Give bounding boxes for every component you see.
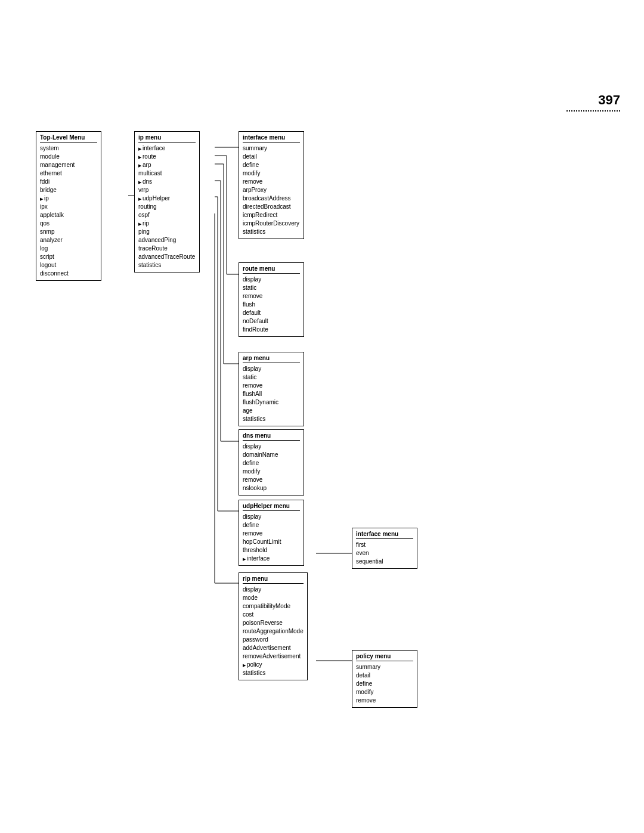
rip-item-addadvertisement[interactable]: addAdvertisement	[243, 644, 304, 652]
rip-item-policy[interactable]: policy	[243, 661, 304, 669]
policy-item-remove[interactable]: remove	[356, 696, 413, 705]
rip-item-poisonreverse[interactable]: poisonReverse	[243, 619, 304, 627]
toplevel-item-disconnect[interactable]: disconnect	[40, 270, 97, 278]
policy-item-define[interactable]: define	[356, 680, 413, 688]
arp-menu-title: arp menu	[243, 355, 300, 363]
arp-item-flushall[interactable]: flushAll	[243, 390, 300, 398]
rip-item-removeadvertisement[interactable]: removeAdvertisement	[243, 652, 304, 661]
udphelper-interface-item-sequential[interactable]: sequential	[356, 558, 413, 566]
interface-item-define[interactable]: define	[243, 161, 300, 169]
arp-item-remove[interactable]: remove	[243, 382, 300, 390]
route-item-display[interactable]: display	[243, 275, 300, 284]
ip-item-traceroute[interactable]: traceRoute	[138, 244, 196, 253]
rip-menu-box: rip menu display mode compatibilityMode …	[239, 572, 308, 680]
udphelper-interface-menu-box: interface menu first even sequential	[352, 528, 417, 569]
toplevel-item-snmp[interactable]: snmp	[40, 228, 97, 236]
interface-item-remove[interactable]: remove	[243, 178, 300, 186]
route-item-findroute[interactable]: findRoute	[243, 326, 300, 334]
toplevel-item-ipx[interactable]: ipx	[40, 203, 97, 211]
policy-item-summary[interactable]: summary	[356, 663, 413, 671]
ip-item-rip[interactable]: rip	[138, 219, 196, 228]
toplevel-item-analyzer[interactable]: analyzer	[40, 236, 97, 244]
ip-item-routing[interactable]: routing	[138, 203, 196, 211]
ip-item-ospf[interactable]: ospf	[138, 211, 196, 219]
toplevel-item-fddi[interactable]: fddi	[40, 178, 97, 186]
rip-item-password[interactable]: password	[243, 636, 304, 644]
dotted-line	[566, 110, 620, 112]
toplevel-item-ethernet[interactable]: ethernet	[40, 169, 97, 178]
route-item-nodefault[interactable]: noDefault	[243, 317, 300, 326]
dns-item-domainname[interactable]: domainName	[243, 451, 300, 459]
route-item-flush[interactable]: flush	[243, 301, 300, 309]
route-item-default[interactable]: default	[243, 309, 300, 317]
route-item-static[interactable]: static	[243, 284, 300, 292]
toplevel-item-appletalk[interactable]: appletalk	[40, 211, 97, 219]
route-item-remove[interactable]: remove	[243, 292, 300, 301]
toplevel-menu-box: Top-Level Menu system module management …	[36, 131, 101, 281]
policy-item-modify[interactable]: modify	[356, 688, 413, 696]
udphelper-item-threshold[interactable]: threshold	[243, 546, 300, 555]
toplevel-item-module[interactable]: module	[40, 153, 97, 161]
ip-item-multicast[interactable]: multicast	[138, 169, 196, 178]
interface-item-statistics[interactable]: statistics	[243, 228, 300, 236]
interface-item-icmpredirect[interactable]: icmpRedirect	[243, 211, 300, 219]
dns-item-nslookup[interactable]: nslookup	[243, 484, 300, 493]
dns-item-display[interactable]: display	[243, 442, 300, 451]
rip-item-display[interactable]: display	[243, 586, 304, 594]
interface-item-icmprouterdiscovery[interactable]: icmpRouterDiscovery	[243, 219, 300, 228]
toplevel-item-script[interactable]: script	[40, 253, 97, 261]
ip-item-advancedtraceroute[interactable]: advancedTraceRoute	[138, 253, 196, 261]
rip-item-cost[interactable]: cost	[243, 611, 304, 619]
ip-item-route[interactable]: route	[138, 153, 196, 161]
ip-item-ping[interactable]: ping	[138, 228, 196, 236]
toplevel-item-log[interactable]: log	[40, 244, 97, 253]
route-menu-box: route menu display static remove flush d…	[239, 262, 304, 337]
toplevel-item-logout[interactable]: logout	[40, 261, 97, 270]
udphelper-interface-menu-title: interface menu	[356, 531, 413, 539]
policy-item-detail[interactable]: detail	[356, 671, 413, 680]
arp-item-age[interactable]: age	[243, 407, 300, 415]
arp-item-display[interactable]: display	[243, 365, 300, 373]
ip-item-arp[interactable]: arp	[138, 161, 196, 169]
rip-item-statistics[interactable]: statistics	[243, 669, 304, 677]
udphelper-item-define[interactable]: define	[243, 521, 300, 529]
rip-item-compatibilitymode[interactable]: compatibilityMode	[243, 602, 304, 611]
interface-item-broadcastaddress[interactable]: broadcastAddress	[243, 194, 300, 203]
diagram-container: Top-Level Menu system module management …	[36, 131, 608, 757]
ip-item-statistics[interactable]: statistics	[138, 261, 196, 270]
udphelper-item-remove[interactable]: remove	[243, 529, 300, 538]
dns-item-modify[interactable]: modify	[243, 467, 300, 476]
ip-item-dns[interactable]: dns	[138, 178, 196, 186]
interface-item-detail[interactable]: detail	[243, 153, 300, 161]
dns-item-remove[interactable]: remove	[243, 476, 300, 484]
route-menu-title: route menu	[243, 265, 300, 274]
rip-item-routeaggregationmode[interactable]: routeAggregationMode	[243, 627, 304, 636]
dns-item-define[interactable]: define	[243, 459, 300, 467]
udphelper-item-interface[interactable]: interface	[243, 555, 300, 563]
interface-item-directedbroadcast[interactable]: directedBroadcast	[243, 203, 300, 211]
udphelper-interface-item-even[interactable]: even	[356, 549, 413, 558]
toplevel-item-qos[interactable]: qos	[40, 219, 97, 228]
policy-menu-box: policy menu summary detail define modify…	[352, 650, 417, 708]
arp-item-statistics[interactable]: statistics	[243, 415, 300, 423]
udphelper-item-hopcountlimit[interactable]: hopCountLimit	[243, 538, 300, 546]
toplevel-item-management[interactable]: management	[40, 161, 97, 169]
ip-item-udphelper[interactable]: udpHelper	[138, 194, 196, 203]
interface-item-modify[interactable]: modify	[243, 169, 300, 178]
toplevel-item-system[interactable]: system	[40, 144, 97, 153]
interface-item-summary[interactable]: summary	[243, 144, 300, 153]
toplevel-item-bridge[interactable]: bridge	[40, 186, 97, 194]
udphelper-menu-title: udpHelper menu	[243, 503, 300, 511]
udphelper-interface-item-first[interactable]: first	[356, 541, 413, 549]
udphelper-item-display[interactable]: display	[243, 513, 300, 521]
rip-item-mode[interactable]: mode	[243, 594, 304, 602]
toplevel-item-ip[interactable]: ip	[40, 194, 97, 203]
ip-item-advancedping[interactable]: advancedPing	[138, 236, 196, 244]
arp-item-static[interactable]: static	[243, 373, 300, 382]
dns-menu-title: dns menu	[243, 432, 300, 441]
interface-item-arpproxy[interactable]: arpProxy	[243, 186, 300, 194]
page-number: 397	[598, 92, 620, 108]
ip-item-vrrp[interactable]: vrrp	[138, 186, 196, 194]
arp-item-flushdynamic[interactable]: flushDynamic	[243, 398, 300, 407]
ip-item-interface[interactable]: interface	[138, 144, 196, 153]
